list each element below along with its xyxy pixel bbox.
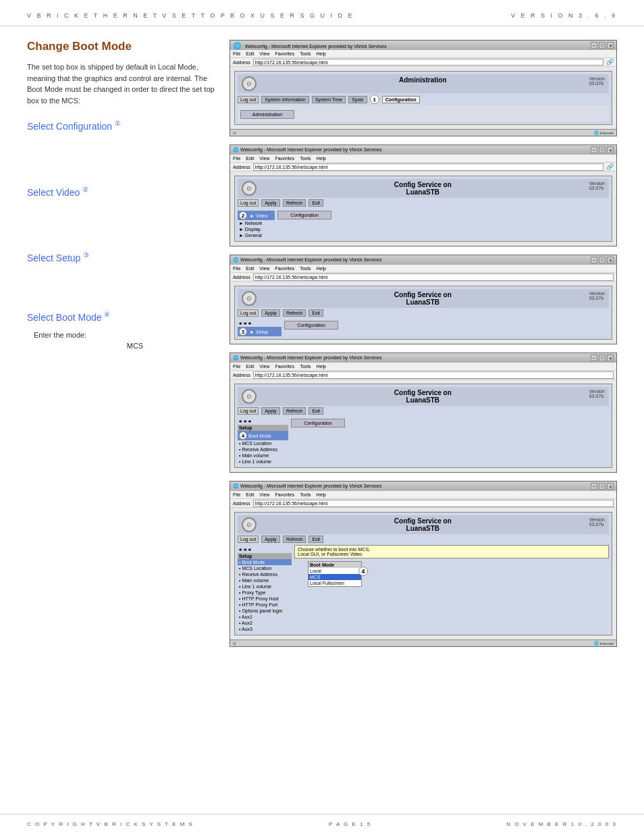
go-icon-1[interactable]: 🔗	[606, 59, 614, 66]
close-btn-3[interactable]: ✕	[607, 257, 614, 263]
exit-btn-4[interactable]: Exit	[308, 407, 323, 415]
refresh-btn-3[interactable]: Refresh	[283, 309, 306, 317]
tab-syste-1[interactable]: Syste	[348, 96, 367, 103]
menu-file-3[interactable]: File	[233, 266, 240, 271]
menu-edit-1[interactable]: Edit	[246, 51, 254, 56]
nav-mcs-location-4[interactable]: • MCS Location	[238, 440, 288, 446]
menu-view-2[interactable]: View	[259, 156, 269, 161]
step-4-heading: Select Boot Mode ④	[27, 311, 216, 323]
nav-http-proxy-port-5[interactable]: • HTTP Proxy Port	[238, 602, 292, 608]
tab-system-time-1[interactable]: System Time	[312, 96, 346, 103]
logout-btn-5[interactable]: Log out	[238, 536, 259, 543]
nav-aux3-5[interactable]: • Aux3	[238, 626, 292, 632]
address-box-5[interactable]: http://172.16.135.56/netscape.html	[253, 500, 614, 507]
menu-file-4[interactable]: File	[233, 364, 240, 369]
logout-btn-1[interactable]: Log out	[238, 96, 259, 103]
menu-help-1[interactable]: Help	[317, 51, 326, 56]
logout-btn-4[interactable]: Log out	[238, 407, 259, 415]
dropdown-local-5[interactable]: Local	[308, 568, 361, 574]
menu-tools-4[interactable]: Tools	[300, 364, 311, 369]
menu-tools-3[interactable]: Tools	[300, 266, 311, 271]
minimize-btn-2[interactable]: ─	[591, 147, 597, 153]
exit-btn-3[interactable]: Exit	[308, 309, 323, 317]
nav-aux2-5[interactable]: • Aux2	[238, 620, 292, 626]
minimize-btn-3[interactable]: ─	[591, 257, 597, 263]
address-box-2[interactable]: http://172.16.135.56/netscape.html	[253, 163, 603, 171]
menu-favorites-2[interactable]: Favorites	[275, 156, 294, 161]
menu-edit-3[interactable]: Edit	[246, 266, 254, 271]
restore-btn-4[interactable]: □	[599, 355, 606, 361]
menu-view-4[interactable]: View	[259, 364, 269, 369]
nav-video-2[interactable]: 2 ► Video	[238, 211, 275, 220]
logout-btn-2[interactable]: Log out	[238, 199, 259, 207]
minimize-btn-1[interactable]: ─	[591, 42, 597, 49]
address-box-4[interactable]: http://172.16.135.56/netscape.html	[253, 371, 614, 379]
nav-main-volume-5[interactable]: • Main volume	[238, 577, 292, 583]
menu-file-1[interactable]: File	[233, 51, 240, 56]
dropdown-fullscreen-5[interactable]: Local Fullscreen	[308, 580, 361, 586]
menu-favorites-1[interactable]: Favorites	[275, 51, 294, 56]
menu-favorites-3[interactable]: Favorites	[275, 266, 294, 271]
restore-btn-3[interactable]: □	[599, 257, 606, 263]
close-btn-5[interactable]: ✕	[607, 483, 614, 490]
refresh-btn-5[interactable]: Refresh	[283, 536, 306, 543]
nav-setup-3[interactable]: 3 ► Setup	[238, 327, 281, 336]
refresh-btn-2[interactable]: Refresh	[283, 199, 306, 207]
nav-proxy-type-5[interactable]: • Proxy Type	[238, 590, 292, 596]
menu-edit-2[interactable]: Edit	[246, 156, 254, 161]
nav-aux1-5[interactable]: • Aux1	[238, 614, 292, 620]
menu-file-5[interactable]: File	[233, 492, 240, 497]
close-btn-4[interactable]: ✕	[607, 355, 614, 361]
menu-favorites-5[interactable]: Favorites	[275, 492, 294, 497]
menu-help-5[interactable]: Help	[317, 492, 326, 497]
menu-view-3[interactable]: View	[259, 266, 269, 271]
tab-config-1[interactable]: Configuration	[382, 96, 420, 103]
menu-view-5[interactable]: View	[259, 492, 269, 497]
apply-btn-2[interactable]: Apply	[261, 199, 280, 207]
nav-general-2[interactable]: ► General	[238, 232, 275, 238]
menu-help-3[interactable]: Help	[317, 266, 326, 271]
restore-btn-1[interactable]: □	[599, 42, 606, 49]
menu-view-1[interactable]: View	[259, 51, 269, 56]
nav-boot-mode-5[interactable]: • Boot Mode	[238, 559, 292, 565]
menu-tools-2[interactable]: Tools	[300, 156, 311, 161]
nav-line1-volume-4[interactable]: • Line 1 volume	[238, 459, 288, 465]
menu-favorites-4[interactable]: Favorites	[275, 364, 294, 369]
nav-receive-address-4[interactable]: • Receive Address	[238, 446, 288, 452]
address-box-1[interactable]: http://172.16.135.56/netscape.html	[253, 59, 603, 66]
refresh-btn-4[interactable]: Refresh	[283, 407, 306, 415]
boot-mode-dropdown-5[interactable]: Boot Mode Local MCS Local Fullscreen	[308, 561, 362, 587]
menu-tools-5[interactable]: Tools	[300, 492, 311, 497]
close-btn-2[interactable]: ✕	[607, 147, 614, 153]
menu-file-2[interactable]: File	[233, 156, 240, 161]
menu-help-4[interactable]: Help	[317, 364, 326, 369]
exit-btn-5[interactable]: Exit	[308, 536, 323, 543]
exit-btn-2[interactable]: Exit	[308, 199, 323, 207]
minimize-btn-5[interactable]: ─	[591, 483, 597, 490]
menu-edit-5[interactable]: Edit	[246, 492, 254, 497]
nav-network-2[interactable]: ► Network	[238, 220, 275, 226]
apply-btn-4[interactable]: Apply	[261, 407, 280, 415]
apply-btn-5[interactable]: Apply	[261, 536, 280, 543]
nav-http-proxy-host-5[interactable]: • HTTP Proxy Host	[238, 596, 292, 602]
address-box-3[interactable]: http://172.16.135.56/netscape.html	[253, 273, 614, 281]
nav-boot-mode-4[interactable]: 4 Boot Mode	[238, 431, 288, 440]
nav-mcs-location-5[interactable]: • MCS Location	[238, 565, 292, 571]
restore-btn-2[interactable]: □	[599, 147, 606, 153]
nav-receive-address-5[interactable]: • Receive Address	[238, 571, 292, 577]
go-icon-2[interactable]: 🔗	[606, 163, 614, 170]
nav-display-2[interactable]: ► Display	[238, 226, 275, 232]
nav-main-volume-4[interactable]: • Main volume	[238, 452, 288, 459]
dropdown-mcs-5[interactable]: MCS	[308, 574, 361, 580]
nav-line1-5[interactable]: • Line 1 volume	[238, 583, 292, 590]
nav-options-panel-5[interactable]: • Options panel login	[238, 608, 292, 614]
apply-btn-3[interactable]: Apply	[261, 309, 280, 317]
minimize-btn-4[interactable]: ─	[591, 355, 597, 361]
close-btn-1[interactable]: ✕	[607, 42, 614, 49]
tab-system-info-1[interactable]: System Information	[261, 96, 308, 103]
restore-btn-5[interactable]: □	[599, 483, 606, 490]
menu-help-2[interactable]: Help	[317, 156, 326, 161]
menu-tools-1[interactable]: Tools	[300, 51, 311, 56]
menu-edit-4[interactable]: Edit	[246, 364, 254, 369]
logout-btn-3[interactable]: Log out	[238, 309, 259, 317]
